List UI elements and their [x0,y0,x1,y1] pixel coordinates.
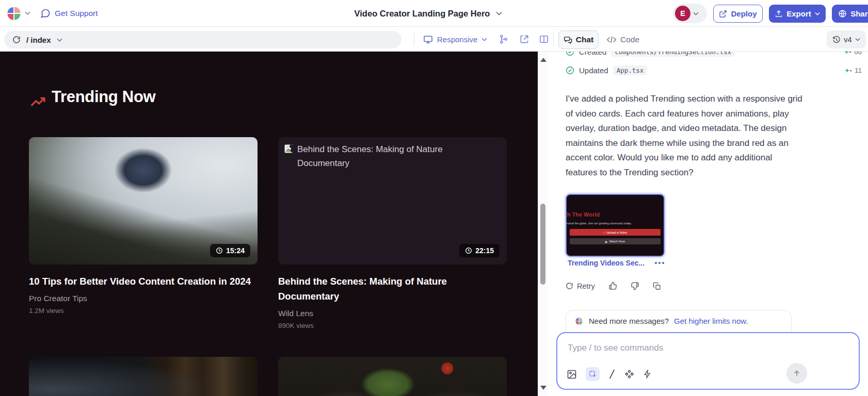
select-cursor-icon [589,370,597,378]
site-preview-canvas[interactable]: Trending Now 15:24 10 Tips for Better Vi… [0,52,538,396]
plugins-icon[interactable] [624,369,634,379]
select-element-button[interactable] [586,367,600,381]
chat-input-container[interactable] [556,332,860,390]
route-path: / index [26,36,51,44]
account-chevron-icon [693,12,699,15]
tab-code[interactable]: Code [607,30,639,49]
route-chevron-icon[interactable] [57,38,62,42]
video-thumbnail-image[interactable] [29,357,258,396]
toolbar-divider [414,32,414,46]
video-views: 890K views [278,322,507,329]
upload-mini-icon: ↑ [603,231,605,234]
share-button[interactable]: Share [832,5,868,23]
file-badge: App.tsx [613,65,648,75]
history-icon [832,36,841,44]
video-title[interactable]: Behind the Scenes: Making of Nature Docu… [278,274,507,304]
get-support-label: Get Support [55,9,98,18]
play-mini-icon: ▶ [605,240,608,243]
external-link-icon [719,10,727,18]
logo-menu-chevron-icon[interactable] [25,11,30,15]
video-thumbnail-broken[interactable]: Behind the Scenes: Making of Nature Docu… [278,137,507,265]
code-tab-icon [607,36,616,44]
thumbnail-primary-button: ↑ Upload a Video [570,229,661,236]
trending-up-icon [30,95,46,108]
account-menu[interactable]: E [673,4,707,23]
video-views: 1.2M views [29,307,258,315]
quick-actions-icon[interactable] [643,369,652,379]
avatar: E [675,6,690,21]
refresh-icon[interactable] [12,36,21,44]
open-in-new-window-icon[interactable] [519,34,529,44]
more-options-icon[interactable] [655,262,664,264]
toolbar-divider-2 [553,32,554,46]
deploy-button[interactable]: Deploy [713,5,763,23]
upload-icon [775,10,783,18]
chat-panel: Created components/TrendingSection.tsx +… [548,52,868,396]
globe-icon [838,9,847,18]
export-label: Export [786,9,811,18]
duration-value: 22:15 [475,246,494,255]
retry-icon [566,282,573,290]
broken-image-alt: Behind the Scenes: Making of Nature Docu… [284,142,462,170]
version-chevron-icon [855,38,860,41]
scrollbar-thumb[interactable] [540,204,545,285]
scroll-up-arrow[interactable] [540,58,546,62]
thumbnail-caption-row: Trending Videos Sec... [568,259,664,267]
version-selector[interactable]: v4 [827,30,866,48]
thumbs-up-icon[interactable] [608,282,617,290]
chat-input[interactable] [568,340,784,356]
file-badge: components/TrendingSection.tsx [611,52,735,57]
thumbnail-heading: th The World [566,211,600,218]
chat-tab-label: Chat [576,35,593,44]
device-mode-label: Responsive [437,35,477,44]
file-op-row: Updated App.tsx +-11 [566,63,862,77]
device-mode-selector[interactable]: Responsive [423,27,487,52]
chat-tab-icon [564,36,572,44]
slash-command-icon[interactable] [608,369,616,379]
thumbnail-caption-link[interactable]: Trending Videos Sec... [568,259,645,267]
scroll-down-arrow[interactable] [540,386,546,390]
thumbnail-subtext: around the globe. Join our growing commu… [566,222,632,225]
chat-bubble-icon [40,8,51,19]
video-thumbnail-image[interactable]: 15:24 [29,137,258,265]
version-label: v4 [844,36,851,44]
project-title-group[interactable]: Video Creator Landing Page Hero [310,0,547,27]
app-logo-mini-icon [574,317,584,326]
duration-badge: 15:24 [210,244,250,257]
message-actions: Retry [566,282,661,290]
preview-scrollbar[interactable] [538,52,548,396]
monitor-icon [423,35,433,44]
thumbs-down-icon[interactable] [631,282,639,290]
video-card[interactable]: Behind the Scenes: Making of Nature Docu… [278,137,507,329]
tab-chat[interactable]: Chat [558,30,599,49]
generated-preview-thumbnail[interactable]: th The World around the globe. Join our … [566,194,665,257]
video-title[interactable]: 10 Tips for Better Video Content Creatio… [29,274,258,289]
video-channel: Pro Creator Tips [29,294,258,303]
copy-icon[interactable] [653,282,661,290]
diff-stats: +-11 [845,67,862,74]
check-circle-icon [566,66,574,75]
share-label: Share [850,9,868,18]
retry-button[interactable]: Retry [566,282,595,290]
split-view-icon[interactable] [539,34,549,44]
get-higher-limits-link[interactable]: Get higher limits now. [674,317,748,325]
send-arrow-icon [792,369,801,378]
url-bar[interactable]: / index [4,31,401,48]
broken-image-icon [284,144,294,153]
section-title: Trending Now [52,88,155,106]
export-chevron-icon [815,12,820,15]
app-logo-icon[interactable] [6,6,22,21]
banner-text: Need more messages? [589,317,669,325]
file-op-row: Created components/TrendingSection.tsx +… [566,52,862,58]
clock-icon [465,247,472,254]
send-button[interactable] [786,363,807,384]
clock-icon [216,247,223,254]
video-card[interactable]: 15:24 10 Tips for Better Video Content C… [29,137,258,315]
get-support-link[interactable]: Get Support [40,0,98,27]
component-icon[interactable] [499,34,509,44]
diff-stats: +-66 [845,52,862,56]
video-thumbnail-image[interactable] [278,357,507,396]
export-button[interactable]: Export [769,5,826,23]
code-tab-label: Code [620,35,639,44]
attach-image-icon[interactable] [567,369,577,380]
